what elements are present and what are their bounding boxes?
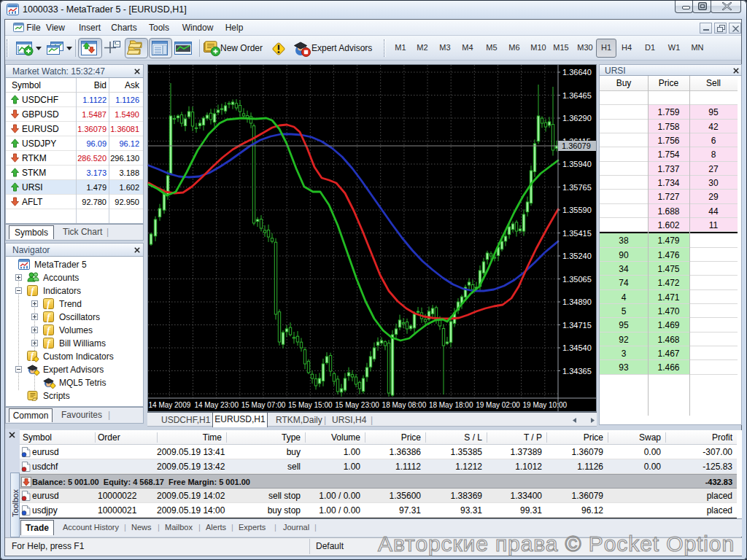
svg-text:1.36079: 1.36079 xyxy=(562,141,591,150)
svg-text:14 May 2009: 14 May 2009 xyxy=(148,401,190,409)
svg-text:1.35765: 1.35765 xyxy=(562,183,592,192)
svg-text:1.35415: 1.35415 xyxy=(562,229,592,238)
svg-text:1.36290: 1.36290 xyxy=(562,114,592,122)
svg-text:1.35240: 1.35240 xyxy=(562,252,592,260)
svg-text:15 May 07:00: 15 May 07:00 xyxy=(241,401,286,409)
svg-text:1.36465: 1.36465 xyxy=(562,91,592,100)
svg-text:19 May 02:00: 19 May 02:00 xyxy=(476,401,520,409)
svg-text:1.34715: 1.34715 xyxy=(562,321,592,330)
svg-text:14 May 23:00: 14 May 23:00 xyxy=(194,401,239,409)
svg-text:18 May 08:00: 18 May 08:00 xyxy=(382,401,427,409)
svg-text:1.34540: 1.34540 xyxy=(562,343,592,352)
svg-text:1.34890: 1.34890 xyxy=(562,298,592,306)
svg-text:15 May 23:00: 15 May 23:00 xyxy=(335,401,379,409)
svg-text:1.34365: 1.34365 xyxy=(562,367,592,376)
svg-text:1.35940: 1.35940 xyxy=(562,160,592,168)
svg-text:1.35065: 1.35065 xyxy=(562,275,592,284)
svg-text:19 May 10:00: 19 May 10:00 xyxy=(522,401,567,409)
svg-text:1.36640: 1.36640 xyxy=(562,68,592,77)
svg-text:15 May 15:00: 15 May 15:00 xyxy=(288,401,333,409)
svg-text:18 May 18:00: 18 May 18:00 xyxy=(429,401,473,409)
svg-text:1.35590: 1.35590 xyxy=(562,206,592,214)
